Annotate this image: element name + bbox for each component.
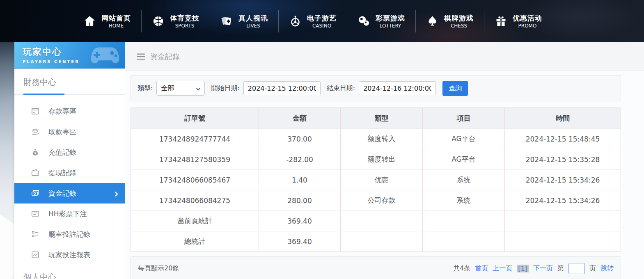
sidebar-item-withdrawal-record[interactable]: 提現記錄 (14, 162, 125, 183)
personal-section-title: 個人中心 (14, 265, 125, 279)
deposit-card-icon (31, 107, 40, 116)
nav-item-lives[interactable]: 真人视讯 LIVES (210, 10, 278, 32)
sidebar-item-label: 充值記錄 (48, 148, 76, 157)
page-titlebar: 資金記錄 (125, 42, 644, 71)
nav-sublabel: CHESS (444, 23, 474, 29)
current-page-indicator: [1] (517, 265, 529, 272)
type-select-value: 全部 (161, 84, 174, 93)
sidebar-item-label: 資金記錄 (48, 189, 76, 198)
cell-order-no: 1734248066084275 (131, 190, 259, 210)
cell-item: 系统 (422, 190, 504, 210)
sidebar-item-deposit-zone[interactable]: 存款專區 (14, 101, 125, 121)
column-header: 金額 (259, 108, 340, 128)
spade-icon (426, 15, 439, 27)
end-date-input[interactable] (359, 81, 436, 95)
nav-item-chess[interactable]: 棋牌游戏 CHESS (415, 10, 484, 32)
cell-order-no: 1734248924777744 (131, 129, 259, 149)
column-header: 類型 (340, 108, 422, 128)
hamburger-icon[interactable] (137, 53, 145, 60)
nav-label: 电子游艺 (307, 14, 337, 23)
cell-item: AG平台 (422, 129, 504, 149)
table-row: 1734248127580359 -282.00 额度转出 AG平台 2024-… (131, 149, 621, 169)
cell-order-no: 1734248066085467 (131, 170, 259, 190)
jump-go-link[interactable]: 跳转 (600, 264, 614, 273)
nav-sublabel: LIVES (238, 23, 268, 29)
cell-summary-label: 當前頁統計 (131, 211, 259, 231)
cell-item: 系统 (422, 170, 504, 190)
page-title: 資金記錄 (150, 52, 180, 62)
chevron-right-icon (113, 190, 119, 196)
sidebar-item-label: 提現記錄 (48, 168, 76, 178)
pagination-bar: 每頁顯示20條 共4条 首页 上一页 [1] 下一页 第 页 跳转 (131, 256, 621, 279)
sidebar: 玩家中心 PLAYERS CENTER 財務中心 存款專區 取款專區 充值記錄 … (14, 42, 125, 279)
cell-summary-label: 總統計 (131, 231, 259, 252)
sidebar-item-label: HH彩票下注 (48, 209, 87, 219)
lottery-balls-icon (358, 15, 370, 27)
sidebar-menu: 存款專區 取款專區 充值記錄 提現記錄 資金記錄 HH彩票下注 廳室投註記錄 (14, 101, 125, 265)
withdraw-hand-icon (31, 127, 40, 136)
chart-icon (31, 250, 40, 259)
finance-section-title: 財務中心 (14, 69, 125, 94)
cell-amount: 1.40 (259, 170, 340, 190)
wallet-icon (31, 168, 40, 177)
sidebar-item-label: 存款專區 (48, 107, 76, 116)
type-filter-label: 類型: (138, 84, 153, 93)
cell-time: 2024-12-15 15:48:45 (504, 129, 621, 149)
sidebar-item-withdraw-zone[interactable]: 取款專區 (14, 121, 125, 142)
cell-time: 2024-12-15 15:34:26 (504, 190, 621, 210)
end-date-label: 結束日期: (327, 84, 355, 93)
cell-amount: 369.40 (259, 231, 340, 252)
cell-type: 优惠 (340, 170, 422, 190)
nav-item-casino[interactable]: 电子游艺 CASINO (278, 10, 347, 32)
top-navigation: 网站首页 HOME 体育竞技 SPORTS 真人视讯 LIVES 电子游艺 CA… (0, 0, 644, 42)
nav-item-lottery[interactable]: 彩票游戏 LOTTERY (347, 10, 415, 32)
nav-sublabel: CASINO (307, 23, 337, 29)
sidebar-item-hh-lottery-bets[interactable]: HH彩票下注 (14, 204, 125, 224)
nav-label: 体育竞技 (170, 14, 199, 23)
funds-table: 訂單號 金額 類型 項目 時間 1734248924777744 370.00 … (131, 107, 621, 252)
gift-icon (495, 15, 507, 27)
nav-sublabel: PROMO (513, 23, 542, 29)
cell-type: 额度转出 (340, 149, 422, 169)
sidebar-header: 玩家中心 PLAYERS CENTER (14, 42, 125, 69)
page-jump-input[interactable] (568, 263, 585, 274)
sidebar-item-player-bet-report[interactable]: 玩家投注報表 (14, 245, 125, 265)
chevron-down-icon (195, 86, 201, 91)
nav-item-promo[interactable]: 优惠活动 PROMO (484, 10, 552, 32)
prev-page-link[interactable]: 上一页 (493, 264, 512, 273)
type-select[interactable]: 全部 (156, 81, 205, 96)
nav-item-home[interactable]: 网站首页 HOME (73, 10, 141, 32)
main-content: 資金記錄 類型: 全部 開始日期: 結束日期: 查詢 訂單號 金額 類型 項目 … (125, 42, 644, 279)
nav-label: 彩票游戏 (376, 14, 405, 23)
nav-item-sports[interactable]: 体育竞技 SPORTS (141, 10, 210, 32)
sidebar-item-funds-record[interactable]: 資金記錄 (14, 183, 125, 204)
nav-label: 棋牌游戏 (444, 14, 474, 23)
jump-label-post: 页 (589, 264, 596, 273)
total-count: 共4条 (453, 264, 470, 273)
basketball-icon (152, 15, 165, 27)
first-page-link[interactable]: 首页 (475, 264, 488, 273)
pager-controls: 共4条 首页 上一页 [1] 下一页 第 页 跳转 (453, 263, 614, 274)
cell-time: 2024-12-15 15:34:26 (504, 170, 621, 190)
roulette-icon (289, 15, 302, 27)
cell-item: AG平台 (422, 149, 504, 169)
cell-amount: -282.00 (259, 149, 340, 169)
query-button[interactable]: 查詢 (442, 81, 468, 96)
cell-type: 公司存款 (340, 190, 422, 210)
nav-label: 优惠活动 (513, 14, 542, 23)
cell-amount: 369.40 (259, 211, 340, 231)
cell-amount: 370.00 (259, 129, 340, 149)
ticket-icon (31, 209, 40, 218)
start-date-input[interactable] (243, 81, 321, 95)
section-underline (14, 94, 125, 95)
next-page-link[interactable]: 下一页 (533, 264, 553, 273)
column-header: 項目 (422, 108, 504, 128)
nav-label: 真人视讯 (238, 14, 268, 23)
cell-time: 2024-12-15 15:35:28 (504, 149, 621, 169)
sidebar-item-label: 取款專區 (48, 127, 76, 137)
moneybag-icon (31, 148, 40, 157)
sidebar-item-room-bet-record[interactable]: 廳室投註記錄 (14, 224, 125, 245)
start-date-label: 開始日期: (211, 84, 239, 93)
column-header: 時間 (504, 108, 621, 128)
sidebar-item-recharge-record[interactable]: 充值記錄 (14, 142, 125, 162)
